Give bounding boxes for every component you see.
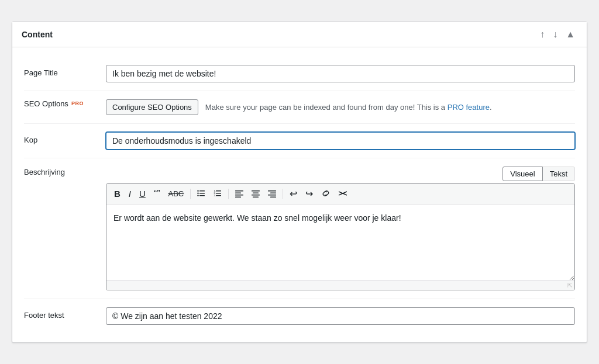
svg-rect-1 xyxy=(199,193,205,194)
toolbar-sep-2 xyxy=(228,189,229,199)
resize-icon: ⇱ xyxy=(567,282,572,289)
toolbar-blockquote[interactable]: “” xyxy=(151,188,163,200)
svg-rect-20 xyxy=(268,190,276,192)
svg-rect-0 xyxy=(199,190,205,192)
toolbar-link[interactable] xyxy=(318,188,333,200)
toolbar-sep-3 xyxy=(283,189,283,199)
panel-title: Content xyxy=(22,30,53,39)
svg-point-3 xyxy=(198,190,199,191)
toolbar-sep-1 xyxy=(190,189,191,199)
tab-visueel[interactable]: Visueel xyxy=(502,167,542,181)
svg-rect-8 xyxy=(216,195,221,196)
panel-down-button[interactable]: ↓ xyxy=(550,28,560,41)
kop-input[interactable] xyxy=(106,132,575,150)
svg-point-4 xyxy=(198,192,199,193)
svg-rect-15 xyxy=(235,196,241,197)
beschrijving-header: Visueel Tekst xyxy=(106,167,575,181)
panel-up-button[interactable]: ↑ xyxy=(538,28,547,41)
toolbar-underline[interactable]: U xyxy=(136,188,149,200)
page-title-input[interactable] xyxy=(106,65,575,82)
svg-text:3.: 3. xyxy=(214,194,216,197)
pro-feature-link[interactable]: PRO feature xyxy=(447,103,490,112)
toolbar-italic[interactable]: I xyxy=(126,188,134,200)
toolbar-align-right[interactable] xyxy=(265,188,279,200)
editor-resize-handle: ⇱ xyxy=(106,280,574,290)
page-title-field xyxy=(106,65,575,82)
svg-rect-17 xyxy=(253,192,259,193)
beschrijving-row: Beschrijving Visueel Tekst B I U “” ABC xyxy=(24,158,575,299)
toolbar-more[interactable] xyxy=(336,188,350,200)
svg-rect-12 xyxy=(235,190,243,192)
svg-rect-7 xyxy=(216,193,221,194)
toolbar-align-left[interactable] xyxy=(232,188,246,200)
seo-options-row: SEO Options PRO Configure SEO Options Ma… xyxy=(24,91,575,124)
page-title-row: Page Title xyxy=(24,57,575,91)
footer-tekst-field xyxy=(106,307,575,325)
svg-rect-6 xyxy=(216,190,221,192)
editor-wrap: B I U “” ABC 1.2.3. xyxy=(106,183,575,290)
toolbar-ol[interactable]: 1.2.3. xyxy=(211,188,225,200)
svg-point-5 xyxy=(198,195,199,196)
svg-rect-16 xyxy=(252,190,260,192)
svg-rect-14 xyxy=(235,195,243,196)
tab-tekst[interactable]: Tekst xyxy=(542,167,575,181)
panel-collapse-button[interactable]: ▲ xyxy=(563,28,577,41)
kop-label: Kop xyxy=(24,132,106,144)
beschrijving-label: Beschrijving xyxy=(24,167,106,176)
pro-badge: PRO xyxy=(71,100,84,106)
svg-rect-13 xyxy=(235,192,241,193)
panel-body: Page Title SEO Options PRO Configure SEO… xyxy=(12,47,587,342)
toolbar-ul[interactable] xyxy=(194,188,208,200)
kop-row: Kop xyxy=(24,124,575,158)
footer-tekst-label: Footer tekst xyxy=(24,307,106,320)
toolbar-redo[interactable]: ↪ xyxy=(302,188,316,200)
beschrijving-field: Visueel Tekst B I U “” ABC xyxy=(106,167,575,290)
content-panel: Content ↑ ↓ ▲ Page Title SEO Options PRO… xyxy=(12,22,587,343)
svg-rect-19 xyxy=(253,196,259,197)
seo-label-wrap: SEO Options PRO xyxy=(24,99,106,108)
editor-toolbar: B I U “” ABC 1.2.3. xyxy=(106,184,574,204)
kop-field xyxy=(106,132,575,150)
svg-rect-21 xyxy=(270,192,276,193)
toolbar-bold[interactable]: B xyxy=(111,188,123,200)
footer-tekst-input[interactable] xyxy=(106,307,575,325)
svg-rect-22 xyxy=(268,195,276,196)
seo-label: SEO Options xyxy=(24,99,68,108)
seo-description: Make sure your page can be indexed and f… xyxy=(205,103,492,112)
seo-row-content: Configure SEO Options Make sure your pag… xyxy=(106,99,492,115)
toolbar-align-center[interactable] xyxy=(249,188,263,200)
configure-seo-button[interactable]: Configure SEO Options xyxy=(106,99,198,115)
panel-controls: ↑ ↓ ▲ xyxy=(538,28,577,41)
footer-tekst-row: Footer tekst xyxy=(24,299,575,333)
page-title-label: Page Title xyxy=(24,65,106,77)
svg-rect-23 xyxy=(270,196,276,197)
editor-content[interactable]: Er wordt aan de website gewerkt. We staa… xyxy=(106,204,574,280)
svg-rect-2 xyxy=(199,195,205,196)
toolbar-strikethrough[interactable]: ABC xyxy=(166,188,187,199)
beschrijving-tabs: Visueel Tekst xyxy=(503,167,575,181)
svg-rect-18 xyxy=(252,195,260,196)
panel-header: Content ↑ ↓ ▲ xyxy=(12,22,587,47)
toolbar-undo[interactable]: ↩ xyxy=(287,188,300,200)
